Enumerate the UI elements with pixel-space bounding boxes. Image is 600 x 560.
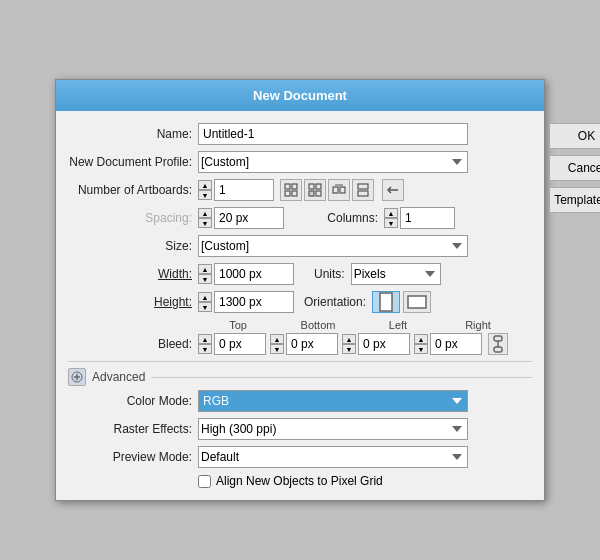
spacing-spinner: ▲ ▼ <box>198 207 284 229</box>
columns-row: Columns: ▲ ▼ <box>304 207 455 229</box>
svg-rect-12 <box>358 191 368 196</box>
columns-spinner: ▲ ▼ <box>384 207 455 229</box>
svg-rect-15 <box>408 296 426 308</box>
bleed-bottom-input[interactable] <box>286 333 338 355</box>
name-label: Name: <box>68 127 198 141</box>
width-input[interactable] <box>214 263 294 285</box>
bleed-left-input[interactable] <box>358 333 410 355</box>
color-mode-row: Color Mode: RGB <box>68 390 532 412</box>
height-spinner-btns: ▲ ▼ <box>198 292 212 312</box>
arrange-row-btn[interactable] <box>328 179 350 201</box>
bleed-right-input[interactable] <box>430 333 482 355</box>
columns-spinner-btns: ▲ ▼ <box>384 208 398 228</box>
advanced-header: Advanced <box>68 362 532 390</box>
pixel-grid-row: Align New Objects to Pixel Grid <box>198 474 532 488</box>
spacing-decrement[interactable]: ▼ <box>198 218 212 228</box>
svg-rect-7 <box>316 191 321 196</box>
height-row: Height: ▲ ▼ Orientation: <box>68 291 532 313</box>
height-increment[interactable]: ▲ <box>198 292 212 302</box>
size-label: Size: <box>68 239 198 253</box>
bleed-top-label: Top <box>198 319 278 331</box>
color-mode-label: Color Mode: <box>68 394 198 408</box>
svg-rect-5 <box>316 184 321 189</box>
svg-rect-1 <box>292 184 297 189</box>
profile-label: New Document Profile: <box>68 155 198 169</box>
advanced-divider <box>151 377 532 378</box>
artboards-increment[interactable]: ▲ <box>198 180 212 190</box>
bleed-bottom-label: Bottom <box>278 319 358 331</box>
bleed-left-increment[interactable]: ▲ <box>342 334 356 344</box>
cancel-button[interactable]: Cancel <box>549 155 600 181</box>
ok-button[interactable]: OK <box>549 123 600 149</box>
svg-rect-16 <box>494 336 502 341</box>
new-document-dialog: New Document OK Cancel Templates... Colo… <box>55 79 545 501</box>
svg-rect-2 <box>285 191 290 196</box>
preview-label: Preview Mode: <box>68 450 198 464</box>
bleed-left-decrement[interactable]: ▼ <box>342 344 356 354</box>
bleed-right-btns: ▲ ▼ <box>414 334 428 354</box>
bleed-right-increment[interactable]: ▲ <box>414 334 428 344</box>
advanced-collapse-btn[interactable] <box>68 368 86 386</box>
bleed-bottom-decrement[interactable]: ▼ <box>270 344 284 354</box>
bleed-bottom-increment[interactable]: ▲ <box>270 334 284 344</box>
bleed-top-decrement[interactable]: ▼ <box>198 344 212 354</box>
name-row: Name: <box>68 123 532 145</box>
bleed-right-decrement[interactable]: ▼ <box>414 344 428 354</box>
size-select[interactable]: [Custom] <box>198 235 468 257</box>
grid-row-icon <box>284 183 298 197</box>
profile-select[interactable]: [Custom] <box>198 151 468 173</box>
bleed-top-increment[interactable]: ▲ <box>198 334 212 344</box>
bleed-inputs: Bleed: ▲ ▼ ▲ ▼ <box>68 333 532 355</box>
preview-select[interactable]: Default <box>198 446 468 468</box>
advanced-content: Color Mode: RGB Raster Effects: High (30… <box>68 390 532 488</box>
svg-rect-11 <box>358 184 368 189</box>
columns-increment[interactable]: ▲ <box>384 208 398 218</box>
bleed-labels: Top Bottom Left Right <box>198 319 532 331</box>
columns-decrement[interactable]: ▼ <box>384 218 398 228</box>
raster-effects-row: Raster Effects: High (300 ppi) <box>68 418 532 440</box>
portrait-icon <box>378 292 394 312</box>
advanced-section: Advanced Color Mode: RGB Raster Effects: <box>68 361 532 488</box>
artboards-decrement[interactable]: ▼ <box>198 190 212 200</box>
bleed-top-input[interactable] <box>214 333 266 355</box>
artboards-spinner-btns: ▲ ▼ <box>198 180 212 200</box>
height-spinner: ▲ ▼ <box>198 291 294 313</box>
height-label: Height: <box>68 295 198 309</box>
arrange-col-btn[interactable] <box>352 179 374 201</box>
width-label: Width: <box>68 267 198 281</box>
grid-layout-1-btn[interactable] <box>280 179 302 201</box>
svg-rect-14 <box>380 293 392 311</box>
portrait-btn[interactable] <box>372 291 400 313</box>
grid-layout-2-btn[interactable] <box>304 179 326 201</box>
width-spinner: ▲ ▼ <box>198 263 294 285</box>
orientation-label: Orientation: <box>304 295 366 309</box>
raster-select[interactable]: High (300 ppi) <box>198 418 468 440</box>
pixel-grid-checkbox[interactable] <box>198 475 211 488</box>
templates-button[interactable]: Templates... <box>549 187 600 213</box>
height-input[interactable] <box>214 291 294 313</box>
units-group: Units: Pixels <box>314 263 441 285</box>
height-decrement[interactable]: ▼ <box>198 302 212 312</box>
color-mode-select[interactable]: RGB <box>198 390 468 412</box>
columns-label: Columns: <box>304 211 384 225</box>
grid-col-icon <box>308 183 322 197</box>
spacing-increment[interactable]: ▲ <box>198 208 212 218</box>
chain-link-btn[interactable] <box>488 333 508 355</box>
spacing-input[interactable] <box>214 207 284 229</box>
name-input[interactable] <box>198 123 468 145</box>
width-increment[interactable]: ▲ <box>198 264 212 274</box>
width-decrement[interactable]: ▼ <box>198 274 212 284</box>
artboards-input[interactable] <box>214 179 274 201</box>
side-buttons: OK Cancel Templates... Color Mode:RGB PP… <box>549 123 600 213</box>
bleed-bottom-group: ▲ ▼ <box>270 333 338 355</box>
bleed-left-label: Left <box>358 319 438 331</box>
bleed-left-btns: ▲ ▼ <box>342 334 356 354</box>
units-label: Units: <box>314 267 345 281</box>
columns-input[interactable] <box>400 207 455 229</box>
landscape-btn[interactable] <box>403 291 431 313</box>
units-select[interactable]: Pixels <box>351 263 441 285</box>
spacing-row: Spacing: ▲ ▼ Columns: ▲ ▼ <box>68 207 532 229</box>
right-to-left-btn[interactable] <box>382 179 404 201</box>
width-row: Width: ▲ ▼ Units: Pixels <box>68 263 532 285</box>
bleed-right-group: ▲ ▼ <box>414 333 482 355</box>
